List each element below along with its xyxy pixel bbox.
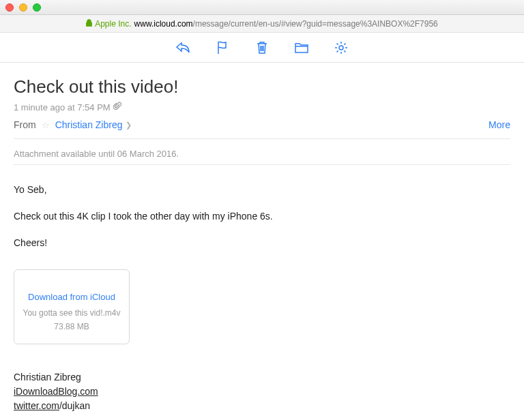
message-meta: 1 minute ago at 7:54 PM — [14, 102, 510, 112]
folder-button[interactable] — [293, 40, 310, 56]
sender-name[interactable]: Christian Zibreg ❯ — [55, 119, 132, 130]
svg-point-0 — [339, 46, 343, 50]
attachment-expiry: Attachment available until 06 March 2016… — [14, 139, 510, 165]
lock-icon — [86, 19, 92, 28]
message-body: Yo Seb, Check out this 4K clip I took th… — [14, 165, 510, 413]
message-timestamp: 1 minute ago at 7:54 PM — [14, 102, 111, 112]
body-greeting: Yo Seb, — [14, 183, 510, 197]
signature-name: Christian Zibreg — [14, 370, 510, 385]
from-row: From ☆ Christian Zibreg ❯ More — [14, 119, 510, 139]
minimize-window-button[interactable] — [19, 3, 27, 12]
settings-button[interactable] — [333, 40, 349, 56]
signature-handle: /dujkan — [59, 400, 90, 411]
vip-star-icon[interactable]: ☆ — [42, 120, 50, 130]
address-bar[interactable]: Apple Inc. www.icloud.com /message/curre… — [0, 15, 524, 33]
body-line1: Check out this 4K clip I took the other … — [14, 209, 510, 224]
message-content: Check out this video! 1 minute ago at 7:… — [0, 63, 524, 413]
paperclip-icon — [113, 102, 121, 112]
attachment-filesize: 73.88 MB — [21, 320, 122, 333]
trash-button[interactable] — [254, 40, 270, 56]
url-path: /message/current/en-us/#view?guid=messag… — [193, 19, 438, 29]
body-signoff: Cheers! — [14, 236, 510, 250]
mail-toolbar — [0, 33, 524, 63]
close-window-button[interactable] — [5, 3, 14, 12]
signature-link-1[interactable]: iDownloadBlog.com — [14, 386, 98, 397]
url-domain: www.icloud.com — [134, 19, 193, 29]
traffic-lights — [5, 3, 41, 12]
reply-button[interactable] — [175, 40, 191, 56]
signature-block: Christian Zibreg iDownloadBlog.com twitt… — [14, 370, 510, 413]
window-titlebar — [0, 0, 524, 15]
message-subject: Check out this video! — [14, 76, 510, 97]
from-label: From — [14, 119, 36, 130]
attachment-filename: You gotta see this vid!.m4v — [21, 307, 122, 319]
more-button[interactable]: More — [489, 119, 510, 130]
zoom-window-button[interactable] — [33, 3, 41, 12]
attachment-card[interactable]: Download from iCloud You gotta see this … — [14, 269, 130, 344]
flag-button[interactable] — [214, 40, 231, 56]
download-link[interactable]: Download from iCloud — [21, 290, 122, 304]
chevron-right-icon: ❯ — [126, 121, 132, 130]
url-company: Apple Inc. — [95, 19, 131, 29]
sender-name-text: Christian Zibreg — [55, 119, 123, 130]
signature-link-2[interactable]: twitter.com — [14, 400, 59, 411]
